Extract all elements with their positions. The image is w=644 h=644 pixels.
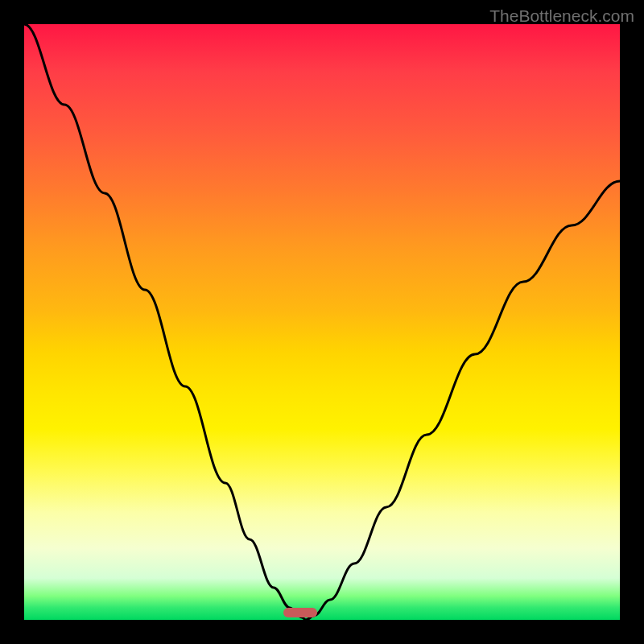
chart-plot-area bbox=[24, 24, 620, 620]
right-curve-path bbox=[306, 181, 620, 620]
curve-lines bbox=[24, 24, 620, 620]
left-curve-path bbox=[24, 24, 306, 620]
bottleneck-marker bbox=[283, 608, 317, 617]
watermark-text: TheBottleneck.com bbox=[489, 6, 634, 26]
